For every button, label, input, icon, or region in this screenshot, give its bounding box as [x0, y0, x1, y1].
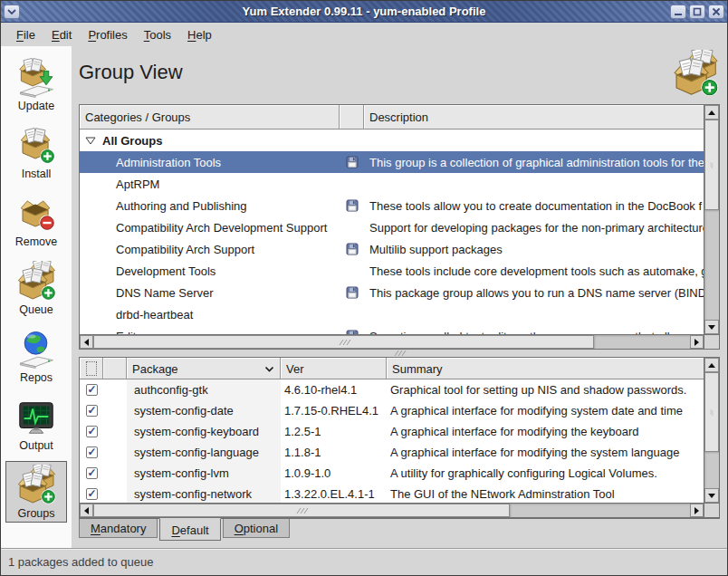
content-area: Update Install Remove Queue Repos Output	[1, 46, 727, 548]
column-header-group-flag[interactable]	[340, 105, 364, 130]
group-row[interactable]: Compatibility Arch Development Support S…	[80, 216, 704, 238]
group-tree-viewport: All Groups Administration Tools This gro…	[80, 130, 704, 334]
sidebar: Update Install Remove Queue Repos Output	[1, 46, 72, 548]
window-menu-button[interactable]	[4, 5, 20, 19]
floppy-installed-icon	[346, 330, 359, 334]
scroll-thumb[interactable]	[704, 372, 719, 452]
scroll-trough[interactable]	[510, 504, 690, 517]
group-row[interactable]: Authoring and Publishing These tools all…	[80, 195, 704, 216]
column-header-flag[interactable]	[103, 358, 127, 379]
floppy-installed-icon	[346, 199, 359, 212]
close-button[interactable]	[708, 5, 724, 19]
sidebar-item-queue[interactable]: Queue	[5, 257, 67, 319]
update-box-icon	[15, 57, 57, 99]
package-table-header: Package Ver Summary	[80, 358, 704, 379]
tab-default[interactable]: Default	[159, 518, 220, 541]
package-version: 1.7.15-0.RHEL4.1	[281, 404, 387, 418]
package-summary: A graphical interface for modifying the …	[387, 446, 704, 459]
status-message: 1 packages added to queue	[8, 555, 153, 569]
scroll-thumb[interactable]	[93, 504, 510, 517]
scroll-down-button[interactable]	[704, 488, 719, 503]
package-name: system-config-language	[127, 442, 281, 463]
sidebar-item-groups[interactable]: Groups	[5, 461, 67, 523]
sidebar-item-update[interactable]: Update	[5, 53, 67, 115]
tab-mandatory[interactable]: Mandatory	[79, 519, 158, 538]
package-row[interactable]: system-config-keyboard 1.2.5-1 A graphic…	[80, 421, 704, 442]
scroll-thumb[interactable]	[93, 335, 594, 349]
pane-splitter[interactable]	[79, 350, 720, 357]
scroll-left-button[interactable]	[80, 504, 93, 517]
package-row[interactable]: system-config-lvm 1.0.9-1.0 A utility fo…	[80, 463, 704, 484]
minimize-button[interactable]	[670, 5, 686, 19]
sidebar-item-remove[interactable]: Remove	[5, 189, 67, 251]
sidebar-item-output[interactable]: Output	[5, 393, 67, 455]
package-summary: The GUI of the NEtwork Adminstration Too…	[387, 487, 704, 501]
maximize-button[interactable]	[689, 5, 705, 19]
group-name: Administration Tools	[80, 156, 340, 169]
scroll-left-button[interactable]	[80, 335, 93, 349]
group-row[interactable]: Administration Tools This group is a col…	[80, 151, 704, 173]
package-checkbox[interactable]	[86, 446, 98, 458]
scroll-down-button[interactable]	[704, 320, 719, 334]
column-header-summary[interactable]: Summary	[387, 358, 704, 379]
package-checkbox[interactable]	[86, 405, 98, 417]
group-name: DNS Name Server	[80, 286, 340, 300]
window-title: Yum Extender 0.99.11 - yum-enabled Profi…	[1, 5, 727, 18]
group-row[interactable]: drbd-heartbeat	[80, 303, 704, 325]
package-checkbox[interactable]	[86, 384, 98, 396]
group-name: AptRPM	[80, 178, 340, 191]
groups-boxes-icon	[15, 465, 57, 506]
group-row[interactable]: DNS Name Server This package group allow…	[80, 282, 704, 303]
package-row[interactable]: system-config-language 1.1.8-1 A graphic…	[80, 442, 704, 463]
column-header-checkbox[interactable]	[80, 358, 103, 379]
package-checkbox[interactable]	[86, 426, 98, 437]
sidebar-item-repos[interactable]: Repos	[5, 325, 67, 387]
column-header-ver[interactable]: Ver	[281, 358, 387, 379]
column-header-package[interactable]: Package	[127, 358, 281, 379]
group-row[interactable]: AptRPM	[80, 173, 704, 195]
package-checkbox[interactable]	[86, 488, 98, 500]
app-window: Yum Extender 0.99.11 - yum-enabled Profi…	[0, 0, 728, 576]
menu-item-help[interactable]: Help	[179, 24, 220, 45]
group-name: Compatibility Arch Development Support	[80, 221, 340, 235]
sidebar-item-install[interactable]: Install	[5, 121, 67, 183]
menu-item-tools[interactable]: Tools	[136, 24, 179, 45]
floppy-installed-icon	[346, 286, 359, 299]
package-name: system-config-keyboard	[127, 421, 281, 442]
menu-item-edit[interactable]: Edit	[43, 24, 80, 45]
group-tree: Categories / Groups Description All Grou…	[79, 104, 720, 350]
expander-open-icon[interactable]	[85, 136, 96, 145]
scroll-trough[interactable]	[704, 452, 719, 488]
column-header-categories[interactable]: Categories / Groups	[80, 105, 340, 130]
package-summary: A graphical interface for modifying the …	[387, 425, 704, 438]
package-row[interactable]: system-config-date 1.7.15-0.RHEL4.1 A gr…	[80, 400, 704, 421]
column-header-description[interactable]: Description	[364, 105, 704, 130]
install-box-icon	[15, 125, 57, 167]
package-row[interactable]: system-config-network 1.3.22.0.EL.4.1-1 …	[80, 484, 704, 503]
group-root-row[interactable]: All Groups	[80, 130, 704, 151]
package-version: 1.1.8-1	[281, 446, 387, 459]
group-row[interactable]: Editors Sometimes called text editors, t…	[80, 325, 704, 334]
tab-optional[interactable]: Optional	[223, 519, 290, 538]
package-summary: A utility for graphically configuring Lo…	[387, 466, 704, 480]
maximize-icon	[693, 7, 702, 16]
package-summary: Graphical tool for setting up NIS and sh…	[387, 383, 704, 397]
chevron-down-icon	[7, 9, 16, 14]
menu-item-profiles[interactable]: Profiles	[80, 24, 135, 45]
close-icon	[712, 7, 721, 16]
menu-item-file[interactable]: File	[8, 24, 43, 45]
scroll-thumb[interactable]	[704, 120, 719, 210]
scroll-trough[interactable]	[594, 335, 690, 349]
group-tree-vscrollbar	[704, 105, 719, 334]
scroll-trough[interactable]	[704, 210, 719, 320]
package-row[interactable]: authconfig-gtk 4.6.10-rhel4.1 Graphical …	[80, 379, 704, 400]
scroll-right-button[interactable]	[690, 335, 704, 349]
floppy-installed-icon	[346, 156, 359, 168]
group-row[interactable]: Compatibility Arch Support Multilib supp…	[80, 238, 704, 260]
scroll-right-button[interactable]	[690, 504, 704, 517]
scroll-up-button[interactable]	[704, 358, 719, 372]
titlebar[interactable]: Yum Extender 0.99.11 - yum-enabled Profi…	[1, 1, 727, 23]
group-row[interactable]: Development Tools These tools include co…	[80, 260, 704, 282]
scroll-up-button[interactable]	[704, 105, 719, 120]
package-checkbox[interactable]	[86, 467, 98, 479]
